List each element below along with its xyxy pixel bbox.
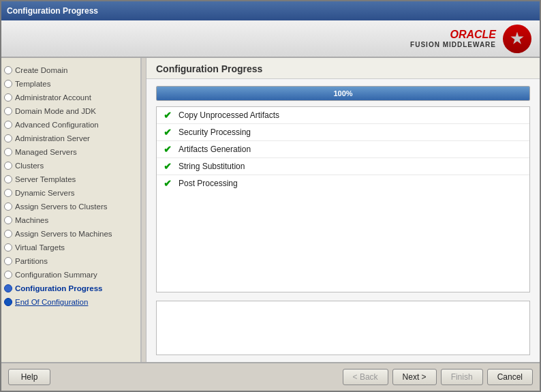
sidebar: Create Domain Templates Administrator Ac…	[1, 58, 141, 362]
next-button[interactable]: Next >	[392, 369, 437, 385]
sidebar-item-administrator-account[interactable]: Administrator Account	[1, 91, 140, 104]
sidebar-item-server-templates[interactable]: Server Templates	[1, 172, 140, 186]
sidebar-item-managed-servers[interactable]: Managed Servers	[1, 145, 140, 159]
task-label-copy: Copy Unprocessed Artifacts	[179, 110, 279, 120]
title-bar: Configuration Progress	[1, 1, 540, 20]
check-icon-post: ✔	[164, 178, 172, 189]
sidebar-dot-end-config	[4, 298, 12, 306]
task-list: ✔ Copy Unprocessed Artifacts ✔ Security …	[156, 106, 530, 292]
task-label-artifacts: Artifacts Generation	[179, 145, 251, 154]
task-row-string-substitution: ✔ String Substitution	[157, 158, 529, 175]
sidebar-dot-dynamic-servers	[4, 189, 12, 197]
sidebar-divider	[141, 58, 146, 362]
sidebar-item-create-domain[interactable]: Create Domain	[1, 63, 140, 77]
sidebar-dot-create-domain	[4, 66, 12, 74]
sidebar-dot-assign-machines	[4, 230, 12, 238]
help-button[interactable]: Help	[8, 369, 50, 385]
task-row-post-processing: ✔ Post Processing	[157, 175, 529, 192]
sidebar-dot-partitions	[4, 257, 12, 265]
task-label-security: Security Processing	[179, 127, 251, 137]
sidebar-item-machines[interactable]: Machines	[1, 213, 140, 227]
sidebar-item-templates[interactable]: Templates	[1, 77, 140, 91]
oracle-icon	[503, 25, 531, 53]
check-icon-artifacts: ✔	[164, 144, 172, 155]
task-row-copy-unprocessed: ✔ Copy Unprocessed Artifacts	[157, 107, 529, 124]
back-button[interactable]: < Back	[343, 369, 388, 385]
sidebar-dot-admin-account	[4, 93, 12, 102]
sidebar-item-partitions[interactable]: Partitions	[1, 254, 140, 268]
oracle-subtitle: FUSION MIDDLEWARE	[410, 41, 496, 48]
oracle-text: ORACLE FUSION MIDDLEWARE	[410, 29, 496, 48]
sidebar-item-advanced-config[interactable]: Advanced Configuration	[1, 118, 140, 132]
check-icon-copy: ✔	[164, 110, 172, 121]
page-title: Configuration Progress	[156, 63, 530, 74]
sidebar-dot-templates	[4, 80, 12, 88]
log-area	[156, 301, 530, 355]
check-icon-security: ✔	[164, 127, 172, 138]
sidebar-item-config-summary[interactable]: Configuration Summary	[1, 268, 140, 282]
sidebar-item-virtual-targets[interactable]: Virtual Targets	[1, 241, 140, 254]
sidebar-item-assign-clusters[interactable]: Assign Servers to Clusters	[1, 200, 140, 213]
task-row-security-processing: ✔ Security Processing	[157, 124, 529, 141]
sidebar-dot-clusters	[4, 162, 12, 170]
sidebar-item-config-progress[interactable]: Configuration Progress	[1, 282, 140, 295]
toolbar: Help < Back Next > Finish Cancel	[1, 362, 540, 391]
oracle-logo: ORACLE FUSION MIDDLEWARE	[410, 25, 531, 53]
sidebar-dot-advanced-config	[4, 121, 12, 129]
sidebar-item-clusters[interactable]: Clusters	[1, 159, 140, 172]
task-row-artifacts-generation: ✔ Artifacts Generation	[157, 141, 529, 158]
finish-button[interactable]: Finish	[441, 369, 483, 385]
sidebar-dot-config-summary	[4, 271, 12, 279]
sidebar-item-dynamic-servers[interactable]: Dynamic Servers	[1, 186, 140, 200]
oracle-header: ORACLE FUSION MIDDLEWARE	[1, 20, 540, 58]
task-label-string: String Substitution	[179, 162, 245, 171]
sidebar-item-administration-server[interactable]: Administration Server	[1, 132, 140, 145]
sidebar-item-assign-machines[interactable]: Assign Servers to Machines	[1, 227, 140, 241]
content-panel: 100% ✔ Copy Unprocessed Artifacts ✔ Secu…	[146, 79, 540, 362]
window-title: Configuration Progress	[7, 6, 98, 16]
sidebar-dot-admin-server	[4, 134, 12, 142]
main-panel: Configuration Progress 100% ✔ Copy Unpro…	[146, 58, 540, 362]
sidebar-dot-managed-servers	[4, 148, 12, 156]
page-header: Configuration Progress	[146, 58, 540, 79]
progress-bar-fill: 100%	[157, 87, 529, 100]
sidebar-dot-config-progress	[4, 284, 12, 292]
progress-bar-container: 100%	[156, 86, 530, 101]
progress-label: 100%	[333, 89, 352, 97]
sidebar-item-end-config[interactable]: End Of Configuration	[1, 295, 140, 309]
content-area: Create Domain Templates Administrator Ac…	[1, 58, 540, 362]
sidebar-dot-virtual-targets	[4, 243, 12, 252]
sidebar-dot-domain-mode	[4, 107, 12, 115]
sidebar-dot-server-templates	[4, 175, 12, 183]
toolbar-left: Help	[8, 369, 50, 385]
sidebar-dot-machines	[4, 216, 12, 224]
oracle-name: ORACLE	[410, 29, 496, 41]
main-window: Configuration Progress ORACLE FUSION MID…	[0, 0, 541, 392]
sidebar-dot-assign-clusters	[4, 202, 12, 211]
cancel-button[interactable]: Cancel	[487, 369, 533, 385]
toolbar-right: < Back Next > Finish Cancel	[343, 369, 533, 385]
check-icon-string: ✔	[164, 161, 172, 172]
sidebar-item-domain-mode[interactable]: Domain Mode and JDK	[1, 104, 140, 118]
task-label-post: Post Processing	[179, 179, 238, 188]
